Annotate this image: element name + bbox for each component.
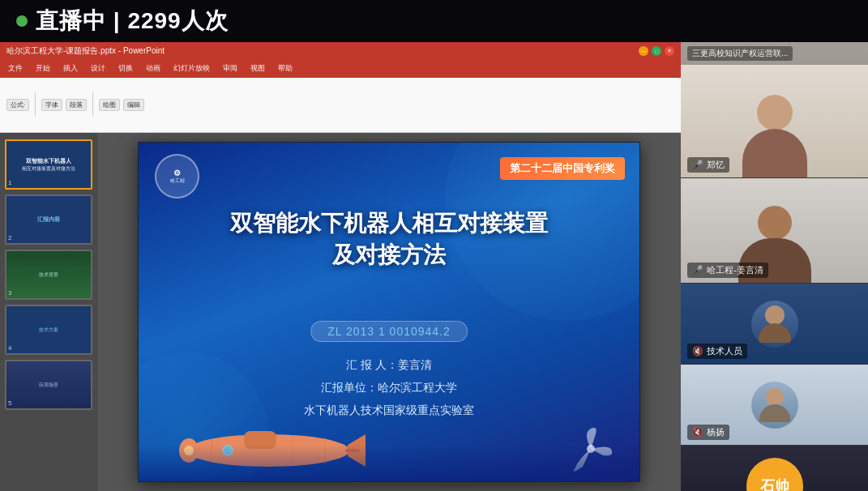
- toolbar-divider-1: [35, 92, 36, 117]
- slide-num-3: 3: [8, 289, 11, 297]
- participant-5-initials: 石帅: [760, 476, 789, 492]
- water-wave-overlay: [139, 445, 639, 481]
- ppt-window-area: 哈尔滨工程大学-课题报告.pptx - PowerPoint ─ □ ✕ 文件 …: [0, 42, 681, 491]
- slide-num-1: 1: [8, 179, 11, 186]
- menu-transitions[interactable]: 切换: [115, 63, 136, 74]
- menu-slideshow[interactable]: 幻灯片放映: [170, 63, 213, 74]
- slide-main-title: 双智能水下机器人相互对接装置 及对接方法: [139, 207, 639, 271]
- thumb-1-content: 双智能水下机器人 相互对接装置及对接方法: [6, 141, 91, 188]
- patent-number-bar: ZL 2013 1 0010944.2: [310, 321, 468, 342]
- menu-help[interactable]: 帮助: [275, 63, 296, 74]
- participant-5-video: 石帅: [681, 446, 868, 491]
- ppt-title-bar: 哈尔滨工程大学-课题报告.pptx - PowerPoint ─ □ ✕: [0, 42, 681, 60]
- participant-box-2: 🎤 哈工程-姜言清: [681, 178, 868, 284]
- slide-thumb-3[interactable]: 技术背景 3: [5, 250, 92, 300]
- slide-thumb-5[interactable]: 应用场景 5: [5, 360, 92, 410]
- minimize-button[interactable]: ─: [639, 46, 648, 56]
- slide-title-line1: 双智能水下机器人相互对接装置: [230, 211, 548, 236]
- thumb-5-content: 应用场景: [6, 361, 91, 408]
- powerpoint-window: 哈尔滨工程大学-课题报告.pptx - PowerPoint ─ □ ✕ 文件 …: [0, 42, 681, 491]
- slide-num-5: 5: [8, 399, 11, 407]
- close-button[interactable]: ✕: [665, 46, 674, 56]
- menu-insert[interactable]: 插入: [60, 63, 81, 74]
- participants-panel: 三更高校知识产权运营联... 🎤 郑忆 🎤 哈工程-姜言清: [681, 42, 868, 491]
- slide-thumb-2[interactable]: 汇报内容 2: [5, 194, 92, 245]
- maximize-button[interactable]: □: [652, 46, 661, 56]
- toolbar-draw-btn[interactable]: 绘图: [99, 99, 120, 111]
- participant-3-mic-icon: 🔇: [692, 346, 703, 357]
- slide-num-4: 4: [8, 344, 11, 352]
- participant-2-name-label: 哈工程-姜言清: [707, 264, 763, 276]
- participant-1-header-label: 三更高校知识产权运营联...: [692, 49, 788, 58]
- participant-1-name: 🎤 郑忆: [687, 157, 729, 173]
- slide-num-2: 2: [8, 234, 11, 241]
- slide-thumb-4[interactable]: 技术方案 4: [5, 305, 92, 355]
- reporter-unit-line: 汇报单位：哈尔滨工程大学: [139, 376, 639, 399]
- ppt-window-title: 哈尔滨工程大学-课题报告.pptx - PowerPoint: [6, 45, 165, 57]
- participant-1-mic-icon: 🎤: [692, 160, 703, 170]
- window-controls: ─ □ ✕: [639, 46, 674, 56]
- toolbar-para-btn[interactable]: 段落: [66, 99, 87, 111]
- thumb-2-content: 汇报内容: [6, 196, 91, 243]
- participant-box-5: 石帅 🔇 石帅: [681, 446, 868, 491]
- menu-review[interactable]: 审阅: [220, 63, 241, 74]
- status-bar: 直播中 | 2299人次: [0, 0, 868, 42]
- university-logo: ⚙ 哈工程: [155, 154, 199, 199]
- participant-2-name: 🎤 哈工程-姜言清: [687, 263, 768, 278]
- thumb-3-content: 技术背景: [6, 251, 91, 298]
- toolbar-format-btn[interactable]: 公式·: [6, 99, 29, 111]
- live-indicator-dot: [16, 15, 28, 27]
- ppt-menu-bar: 文件 开始 插入 设计 切换 动画 幻灯片放映 审阅 视图 帮助: [0, 60, 681, 78]
- slide-canvas: ⚙ 哈工程 第二十二届中国专利奖 双智能水下机器人相互对接装置 及对接方法 ZL…: [138, 142, 640, 482]
- slide-main-view: ⚙ 哈工程 第二十二届中国专利奖 双智能水下机器人相互对接装置 及对接方法 ZL…: [97, 133, 681, 491]
- participant-3-name-label: 技术人员: [707, 345, 742, 357]
- reporter-name-line: 汇 报 人：姜言清: [139, 353, 639, 376]
- toolbar-font-btn[interactable]: 字体: [41, 99, 62, 111]
- logo-text: ⚙ 哈工程: [170, 169, 185, 184]
- participant-4-name: 🔇 杨扬: [687, 425, 729, 440]
- menu-file[interactable]: 文件: [5, 63, 26, 74]
- menu-view[interactable]: 视图: [247, 63, 268, 74]
- participant-box-3: 🔇 技术人员: [681, 284, 868, 365]
- toolbar-divider-2: [92, 92, 93, 117]
- participant-box-1: 三更高校知识产权运营联... 🎤 郑忆: [681, 42, 868, 178]
- ppt-body: 双智能水下机器人 相互对接装置及对接方法 1 汇报内容 2 技: [0, 133, 681, 491]
- toolbar-edit-btn[interactable]: 编辑: [123, 99, 144, 111]
- menu-home[interactable]: 开始: [32, 63, 53, 74]
- participant-4-name-label: 杨扬: [707, 426, 725, 438]
- thumb-4-content: 技术方案: [6, 306, 91, 353]
- patent-award-badge: 第二十二届中国专利奖: [500, 157, 625, 180]
- slides-panel[interactable]: 双智能水下机器人 相互对接装置及对接方法 1 汇报内容 2 技: [0, 133, 97, 491]
- menu-animations[interactable]: 动画: [143, 63, 164, 74]
- ppt-toolbar: 公式· 字体 段落 绘图 编辑: [0, 78, 681, 132]
- participant-4-mic-icon: 🔇: [692, 427, 703, 438]
- participant-box-4: 🔇 杨扬: [681, 365, 868, 446]
- menu-design[interactable]: 设计: [88, 63, 109, 74]
- participant-2-mic-icon: 🎤: [692, 265, 703, 275]
- slide-thumb-1[interactable]: 双智能水下机器人 相互对接装置及对接方法 1: [5, 139, 92, 190]
- live-status-text: 直播中 | 2299人次: [36, 6, 229, 36]
- slide-title-line2: 及对接方法: [332, 242, 446, 267]
- participant-1-name-label: 郑忆: [707, 159, 725, 171]
- ppt-ribbon: 文件 开始 插入 设计 切换 动画 幻灯片放映 审阅 视图 帮助 公式· 字体 …: [0, 60, 681, 133]
- participant-3-name: 🔇 技术人员: [687, 344, 747, 359]
- participant-5-avatar: 石帅: [746, 458, 803, 492]
